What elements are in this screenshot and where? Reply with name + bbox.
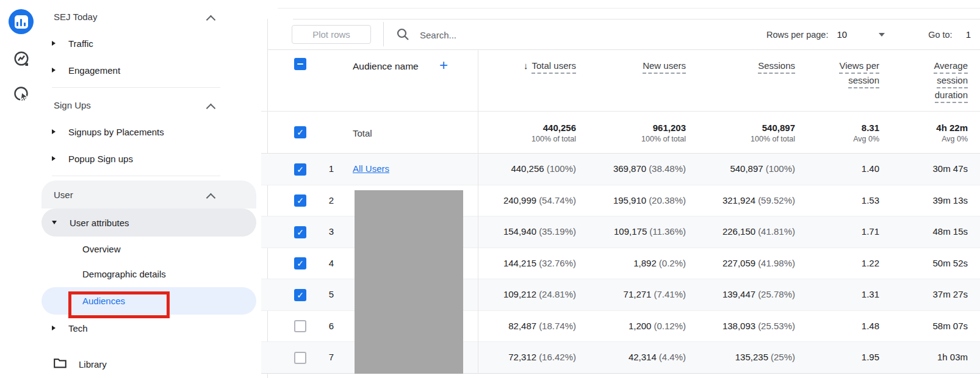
plot-rows-button[interactable]: Plot rows — [292, 25, 371, 44]
triangle-down-icon — [52, 221, 57, 224]
reports-nav-button[interactable] — [9, 9, 34, 34]
rows-per-page-label: Rows per page: — [766, 30, 829, 40]
row-number: 1 — [324, 154, 339, 184]
sidebar-item-library[interactable]: Library — [41, 351, 256, 377]
row-number: 3 — [324, 216, 339, 247]
row-checkbox[interactable] — [294, 320, 306, 332]
row-number: 2 — [324, 185, 339, 216]
metric-cell: 37m 27s — [932, 279, 968, 310]
row-number: 7 — [324, 342, 339, 373]
total-cell: 4h 22mAvg 0% — [936, 112, 968, 154]
column-header-new-users[interactable]: New users — [643, 60, 686, 75]
metric-cell: 1h 03m — [937, 342, 968, 373]
sidebar-item-tech[interactable]: Tech — [41, 315, 267, 341]
totals-row: ✓ Total 440,256100% of total961,203100% … — [261, 111, 980, 154]
audience-link[interactable]: All Users — [353, 163, 389, 174]
row-checkbox[interactable]: ✓ — [294, 194, 306, 207]
chevron-down-icon[interactable] — [879, 33, 885, 37]
sidebar-section-sej-today[interactable]: SEJ Today — [41, 3, 268, 30]
add-dimension-button[interactable]: + — [439, 57, 448, 74]
metric-cell: 227,059(41.98%) — [722, 248, 795, 279]
triangle-right-icon — [52, 156, 56, 161]
rows-per-page-value[interactable]: 10 — [837, 29, 847, 40]
sidebar-section-user[interactable]: User — [41, 181, 268, 208]
left-icon-rail — [0, 0, 42, 378]
sidebar-item-overview[interactable]: Overview — [41, 235, 297, 262]
toolbar-bottom-border — [267, 49, 980, 50]
metric-cell: 540,897(100%) — [730, 154, 795, 185]
metric-cell: 135,235(25%) — [735, 342, 795, 373]
row-checkbox[interactable] — [294, 352, 306, 364]
metric-cell: 440,256(100%) — [511, 154, 576, 185]
row-number: 5 — [324, 279, 339, 310]
sidebar-item-signups-by-placements[interactable]: Signups by Placements — [41, 118, 267, 145]
column-header-sessions[interactable]: Sessions — [758, 60, 795, 75]
sidebar-item-popup-sign-ups[interactable]: Popup Sign ups — [41, 145, 267, 172]
metric-cell: 42,314(4.4%) — [629, 342, 686, 373]
triangle-right-icon — [52, 129, 56, 134]
sidebar-item-user-attributes[interactable]: User attributes — [41, 209, 267, 236]
ga4-audiences-report-screen: SEJ Today Traffic Engagement Sign Ups Si… — [0, 0, 980, 378]
report-table-panel: Plot rows Rows per page: 10 Go to: 1 Aud… — [261, 0, 980, 378]
column-header-total-users[interactable]: ↓Total users — [524, 60, 576, 75]
metric-cell: 58m 07s — [932, 311, 968, 342]
advertising-nav-button[interactable] — [9, 83, 34, 108]
sidebar-divider — [52, 176, 220, 176]
go-to-label: Go to: — [928, 30, 953, 40]
advertising-icon — [13, 86, 30, 105]
sidebar-divider — [52, 87, 220, 88]
row-checkbox[interactable]: ✓ — [294, 163, 306, 176]
sidebar-item-engagement[interactable]: Engagement — [41, 57, 267, 84]
column-header-audience-name[interactable]: Audience name — [353, 59, 419, 74]
report-nav-sidebar: SEJ Today Traffic Engagement Sign Ups Si… — [41, 0, 262, 378]
metric-cell: 1.31 — [862, 279, 879, 310]
sort-descending-icon: ↓ — [524, 60, 528, 71]
metric-cell: 72,312(16.42%) — [508, 342, 576, 373]
toolbar-divider — [383, 22, 384, 46]
triangle-right-icon — [52, 326, 56, 330]
go-to-value[interactable]: 1 — [966, 29, 971, 40]
chevron-up-icon — [206, 15, 216, 25]
metric-cell: 1.95 — [862, 342, 879, 373]
audience-name-cell: All Users — [353, 154, 389, 184]
metric-cell: 139,447(25.78%) — [722, 279, 795, 310]
metric-cell: 321,924(59.52%) — [722, 185, 795, 216]
metric-cell: 226,150(41.81%) — [722, 216, 795, 248]
sidebar-item-traffic[interactable]: Traffic — [41, 30, 267, 57]
total-cell: 8.31Avg 0% — [853, 112, 879, 154]
totals-checkbox[interactable]: ✓ — [294, 126, 306, 138]
column-header-average-session-duration[interactable]: Averagesessionduration — [934, 60, 968, 104]
explore-nav-button[interactable] — [9, 48, 34, 73]
table-row: ✓1All Users440,256(100%)369,870(38.48%)5… — [261, 154, 980, 185]
metric-cell: 144,215(32.76%) — [503, 248, 576, 279]
triangle-right-icon — [52, 68, 56, 73]
redaction-block — [355, 190, 463, 374]
reports-icon — [9, 9, 34, 34]
metric-cell: 1.48 — [862, 311, 879, 342]
column-divider — [478, 49, 478, 374]
sidebar-section-sign-ups[interactable]: Sign Ups — [41, 91, 268, 118]
chevron-up-icon — [206, 104, 216, 113]
metric-cell: 109,212(24.81%) — [503, 279, 576, 310]
folder-icon — [54, 358, 67, 370]
metric-cell: 39m 13s — [932, 185, 968, 216]
pagination-controls: Rows per page: 10 Go to: 1 — [766, 25, 971, 44]
metric-cell: 1,892(0.2%) — [633, 248, 686, 279]
top-hairline — [278, 8, 980, 9]
total-cell: 540,897100% of total — [751, 112, 795, 154]
column-header-views-per-session[interactable]: Views persession — [839, 60, 879, 90]
metric-cell: 50m 52s — [932, 248, 968, 279]
metric-cell: 71,271(7.41%) — [624, 279, 686, 310]
toolbar-top-border — [293, 19, 980, 20]
metric-cell: 82,487(18.74%) — [508, 311, 576, 342]
chevron-up-icon — [206, 193, 216, 203]
metric-cell: 1.22 — [862, 248, 879, 279]
select-all-checkbox[interactable] — [294, 58, 306, 70]
total-cell: 440,256100% of total — [531, 112, 576, 154]
metric-cell: 369,870(38.48%) — [613, 154, 686, 185]
metric-cell: 1.53 — [862, 185, 879, 216]
metric-cell: 154,940(35.19%) — [503, 216, 576, 248]
row-number: 4 — [324, 248, 339, 279]
sidebar-item-demographic-details[interactable]: Demographic details — [41, 260, 297, 287]
search-input[interactable] — [419, 26, 683, 43]
